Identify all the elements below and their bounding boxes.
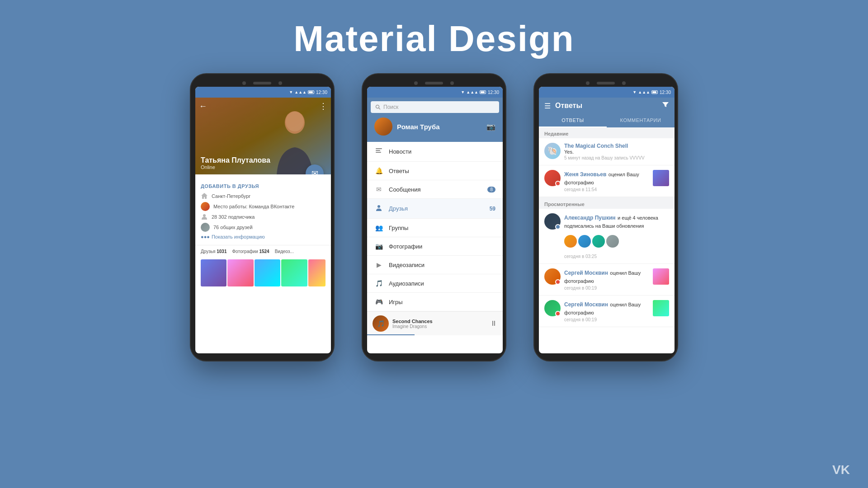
groups-icon: 👥 xyxy=(374,224,383,231)
photo-thumb-4[interactable] xyxy=(281,259,307,286)
filter-icon[interactable] xyxy=(662,101,669,110)
photo-thumb-5[interactable] xyxy=(308,259,326,286)
recent-section-label: Недавние xyxy=(539,127,675,138)
menu-item-games[interactable]: 🎮 Игры xyxy=(367,293,503,311)
phone-2: ▼ ▲▲▲ 12:30 Поиск Роман Труба 📷 xyxy=(362,73,506,361)
phone2-search[interactable]: Поиск xyxy=(371,101,499,113)
notif4-name: Сергей Москвин xyxy=(564,270,608,276)
phone3-speaker xyxy=(597,82,615,84)
friends-icon xyxy=(201,223,210,232)
phone3-body: Недавние 🐚 The Magical Conch Shell Yes. … xyxy=(539,127,675,327)
menu-item-photos[interactable]: 📷 Фотографии xyxy=(367,237,503,256)
menu-item-friends[interactable]: Друзья 59 xyxy=(367,199,503,219)
mail-icon: ✉ xyxy=(374,186,383,193)
phone1-profile-photo xyxy=(272,104,317,174)
phone1-show-more[interactable]: ●●● Показать информацию xyxy=(201,234,326,239)
camera-icon-p2[interactable]: 📷 xyxy=(486,122,495,131)
phone1-subscribers-row: 28 302 подписчика xyxy=(201,213,326,221)
notif-item-5[interactable]: Сергей Москвин оценил Вашу фотографию се… xyxy=(539,296,675,327)
svg-point-8 xyxy=(377,205,380,208)
notif5-thumb xyxy=(653,300,669,316)
photo-thumb-1[interactable] xyxy=(201,259,226,286)
notif3-avatar xyxy=(544,213,561,230)
music-artist: Imagine Dragons xyxy=(392,324,486,329)
menu-item-groups[interactable]: 👥 Группы xyxy=(367,219,503,237)
music-info: Second Chances Imagine Dragons xyxy=(392,319,486,329)
back-icon[interactable]: ← xyxy=(199,102,207,111)
home-icon xyxy=(201,192,208,200)
person-icon xyxy=(374,204,383,213)
notif5-content: Сергей Москвин оценил Вашу фотографию се… xyxy=(564,300,649,322)
phone1-mutual-friends: 76 общих друзей xyxy=(213,225,253,230)
wifi-icon-p3: ▼ xyxy=(632,90,637,94)
tab-comments[interactable]: КОММЕНТАРИИ xyxy=(607,114,675,127)
notif5-name: Сергей Москвин xyxy=(564,301,608,308)
tab-answers[interactable]: ОТВЕТЫ xyxy=(539,114,607,127)
battery-icon-p1 xyxy=(308,90,314,94)
phone1-add-friend-btn[interactable]: ДОБАВИТЬ В ДРУЗЬЯ xyxy=(201,183,326,189)
phone1-user-status: Online xyxy=(201,164,270,170)
phone3-status-icons: ▼ ▲▲▲ xyxy=(632,90,658,94)
phone1-speaker xyxy=(253,82,271,84)
more-icon[interactable]: ⋮ xyxy=(319,101,327,111)
phone1-subscribers: 28 302 подписчика xyxy=(212,214,255,220)
menu-item-messages[interactable]: ✉ Сообщения 8 xyxy=(367,180,503,199)
menu-label-messages: Сообщения xyxy=(389,186,421,193)
filter-svg xyxy=(662,101,669,108)
wifi-icon-p2: ▼ xyxy=(461,90,465,94)
notif3-badge xyxy=(555,224,561,230)
phone2-music-player[interactable]: 🎵 Second Chances Imagine Dragons ⏸ xyxy=(367,311,503,335)
photo-thumb-2[interactable] xyxy=(227,259,253,286)
bell-icon: 🔔 xyxy=(374,167,383,174)
friends-svg xyxy=(375,204,382,211)
notif2-content: Женя Зиновьев оценил Вашу фотографию сег… xyxy=(564,170,649,192)
follower-av-2 xyxy=(578,235,591,248)
notif1-avatar: 🐚 xyxy=(544,143,561,159)
notif2-time: сегодня в 11:54 xyxy=(564,187,649,192)
phone-1: ▼ ▲▲▲ 12:30 ← ⋮ xyxy=(190,73,335,361)
workplace-icon xyxy=(201,202,210,211)
pause-icon[interactable]: ⏸ xyxy=(490,319,497,328)
phone1-user-info: Татьяна Плуталова Online xyxy=(201,156,270,170)
photo-thumb-3[interactable] xyxy=(255,259,280,286)
notif4-time: сегодня в 00:19 xyxy=(564,286,649,291)
photo-icon: 📷 xyxy=(374,243,383,250)
notif4-thumb xyxy=(653,268,669,285)
phone1-stats: Друзья 1031 Фотографии 1524 Видеоз... xyxy=(195,245,331,258)
notif2-badge xyxy=(555,181,561,186)
phone1-header-icons: ← ⋮ xyxy=(199,101,327,111)
notif-item-2[interactable]: Женя Зиновьев оценил Вашу фотографию сег… xyxy=(539,165,675,197)
phone1-profile-header: ← ⋮ Татьяна Плуталова Online ✉ xyxy=(195,98,331,174)
phone1-time: 12:30 xyxy=(316,90,327,95)
notif1-content: The Magical Conch Shell Yes. 5 минут наз… xyxy=(564,143,669,160)
notif5-badge xyxy=(555,311,561,316)
wifi-icon: ▼ xyxy=(289,90,293,94)
notif2-thumb xyxy=(653,170,669,186)
notif-item-1[interactable]: 🐚 The Magical Conch Shell Yes. 5 минут н… xyxy=(539,138,675,165)
menu-item-videos[interactable]: ▶ Видеозаписи xyxy=(367,256,503,274)
phone1-user-name: Татьяна Плуталова xyxy=(201,156,270,164)
follower-avatars xyxy=(544,235,619,248)
hamburger-icon[interactable]: ☰ xyxy=(544,102,551,110)
music-controls[interactable]: ⏸ xyxy=(490,319,497,328)
phone2-user-avatar[interactable] xyxy=(374,117,392,136)
notifications-recent: 🐚 The Magical Conch Shell Yes. 5 минут н… xyxy=(539,138,675,197)
menu-item-answers[interactable]: 🔔 Ответы xyxy=(367,162,503,180)
notif5-avatar xyxy=(544,300,561,316)
phone1-screen: ▼ ▲▲▲ 12:30 ← ⋮ xyxy=(195,87,331,353)
follower-av-3 xyxy=(592,235,605,248)
music-album-art: 🎵 xyxy=(373,315,389,332)
notif-item-3[interactable]: Александр Пушкин и ещё 4 человека подпис… xyxy=(539,209,675,264)
phone3-top xyxy=(539,81,673,85)
viewed-section-label: Просмотренные xyxy=(539,198,675,209)
notif-item-4[interactable]: Сергей Москвин оценил Вашу фотографию се… xyxy=(539,264,675,296)
notif3-content: Александр Пушкин и ещё 4 человека подпис… xyxy=(564,213,669,230)
menu-item-audio[interactable]: 🎵 Аудиозаписи xyxy=(367,274,503,293)
menu-item-news[interactable]: Новости xyxy=(367,142,503,162)
signal-icon: ▲▲▲ xyxy=(294,90,307,94)
notif1-text: Yes. xyxy=(564,149,669,155)
phone3-time: 12:30 xyxy=(660,90,671,95)
svg-point-3 xyxy=(376,105,379,108)
phone1-workplace-row: Место работы: Команда ВКонтакте xyxy=(201,202,326,211)
phone3-title: Ответы xyxy=(555,102,657,110)
